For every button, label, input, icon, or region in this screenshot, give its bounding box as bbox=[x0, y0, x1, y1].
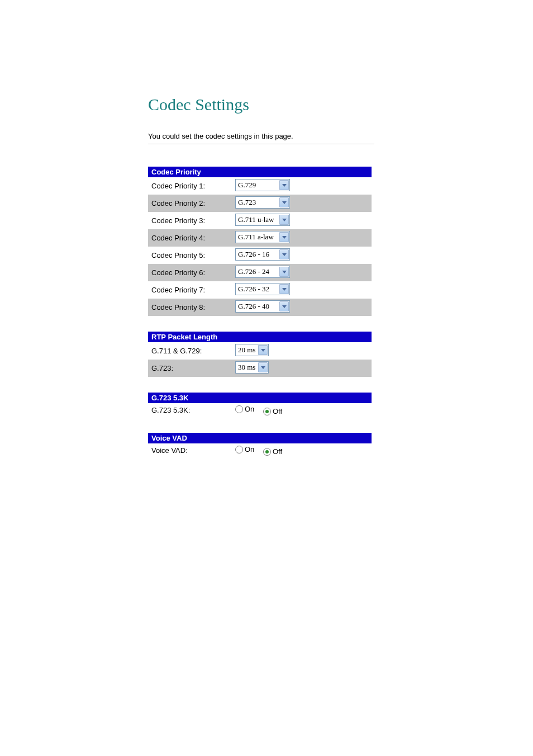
dropdown[interactable]: G.726 - 16 bbox=[235, 248, 290, 261]
voice-vad-on-label: On bbox=[245, 445, 254, 453]
g723-off-label: Off bbox=[273, 407, 282, 415]
dropdown[interactable]: G.711 a-law bbox=[235, 231, 290, 243]
dropdown[interactable]: G.726 - 24 bbox=[235, 266, 290, 278]
rtp-header: RTP Packet Length bbox=[148, 332, 372, 342]
codec-priority-value-cell: G.711 a-law bbox=[232, 229, 372, 247]
codec-priority-value-cell: G.726 - 24 bbox=[232, 264, 372, 281]
codec-priority-value-cell: G.726 - 40 bbox=[232, 299, 372, 316]
dropdown-value: G.726 - 40 bbox=[238, 302, 269, 311]
codec-priority-label: Codec Priority 3: bbox=[148, 212, 232, 229]
codec-priority-label: Codec Priority 5: bbox=[148, 247, 232, 264]
voice-vad-header: Voice VAD bbox=[148, 433, 372, 443]
chevron-down-icon bbox=[279, 197, 289, 207]
codec-priority-label: Codec Priority 6: bbox=[148, 264, 232, 281]
chevron-down-icon bbox=[258, 362, 268, 372]
dropdown[interactable]: G.726 - 40 bbox=[235, 300, 290, 313]
codec-priority-value-cell: G.729 bbox=[232, 177, 372, 195]
codec-priority-label: Codec Priority 2: bbox=[148, 195, 232, 212]
codec-priority-label: Codec Priority 7: bbox=[148, 281, 232, 299]
radio-icon bbox=[235, 446, 243, 453]
rtp-table: RTP Packet Length G.711 & G.729:20 msG.7… bbox=[148, 332, 372, 377]
codec-priority-label: Codec Priority 8: bbox=[148, 299, 232, 316]
dropdown[interactable]: G.723 bbox=[235, 196, 290, 209]
chevron-down-icon bbox=[279, 267, 289, 277]
codec-priority-value-cell: G.726 - 32 bbox=[232, 281, 372, 299]
g723-header: G.723 5.3K bbox=[148, 393, 372, 403]
dropdown[interactable]: G.726 - 32 bbox=[235, 283, 290, 295]
codec-priority-value-cell: G.726 - 16 bbox=[232, 247, 372, 264]
radio-icon bbox=[235, 405, 243, 413]
dropdown-value: 20 ms bbox=[238, 346, 255, 355]
chevron-down-icon bbox=[279, 180, 289, 190]
codec-priority-label: Codec Priority 1: bbox=[148, 177, 232, 195]
rtp-value-cell: 30 ms bbox=[232, 360, 372, 377]
chevron-down-icon bbox=[279, 249, 289, 259]
dropdown-value: G.711 u-law bbox=[238, 215, 274, 224]
dropdown-value: G.726 - 24 bbox=[238, 267, 269, 276]
radio-icon bbox=[263, 408, 271, 415]
voice-vad-off-radio[interactable]: Off bbox=[263, 447, 282, 456]
page-subtitle: You could set the codec settings in this… bbox=[148, 132, 533, 140]
dropdown[interactable]: G.729 bbox=[235, 179, 290, 191]
dropdown-value: G.726 - 16 bbox=[238, 250, 269, 259]
radio-icon bbox=[263, 448, 271, 456]
dropdown[interactable]: 20 ms bbox=[235, 344, 269, 356]
dropdown-value: 30 ms bbox=[238, 363, 255, 372]
codec-priority-value-cell: G.723 bbox=[232, 195, 372, 212]
rtp-value-cell: 20 ms bbox=[232, 342, 372, 360]
dropdown-value: G.723 bbox=[238, 198, 256, 207]
chevron-down-icon bbox=[258, 345, 268, 355]
chevron-down-icon bbox=[279, 232, 289, 242]
voice-vad-off-label: Off bbox=[273, 447, 282, 456]
g723-off-radio[interactable]: Off bbox=[263, 407, 282, 415]
codec-priority-header: Codec Priority bbox=[148, 167, 372, 177]
g723-table: G.723 5.3K G.723 5.3K: On Off bbox=[148, 393, 372, 417]
chevron-down-icon bbox=[279, 301, 289, 311]
page-title: Codec Settings bbox=[148, 95, 533, 114]
dropdown-value: G.711 a-law bbox=[238, 233, 274, 242]
rtp-label: G.723: bbox=[148, 360, 232, 377]
voice-vad-on-radio[interactable]: On bbox=[235, 445, 254, 453]
divider bbox=[148, 144, 374, 144]
voice-vad-label: Voice VAD: bbox=[148, 443, 232, 457]
dropdown-value: G.726 - 32 bbox=[238, 285, 269, 294]
dropdown-value: G.729 bbox=[238, 181, 256, 190]
codec-priority-value-cell: G.711 u-law bbox=[232, 212, 372, 229]
dropdown[interactable]: G.711 u-law bbox=[235, 214, 290, 226]
chevron-down-icon bbox=[279, 215, 289, 225]
chevron-down-icon bbox=[279, 284, 289, 294]
g723-label: G.723 5.3K: bbox=[148, 403, 232, 417]
codec-priority-table: Codec Priority Codec Priority 1:G.729Cod… bbox=[148, 167, 372, 316]
rtp-label: G.711 & G.729: bbox=[148, 342, 232, 360]
g723-on-label: On bbox=[245, 405, 254, 413]
voice-vad-table: Voice VAD Voice VAD: On Off bbox=[148, 433, 372, 457]
g723-on-radio[interactable]: On bbox=[235, 405, 254, 413]
codec-priority-label: Codec Priority 4: bbox=[148, 229, 232, 247]
dropdown[interactable]: 30 ms bbox=[235, 361, 269, 374]
